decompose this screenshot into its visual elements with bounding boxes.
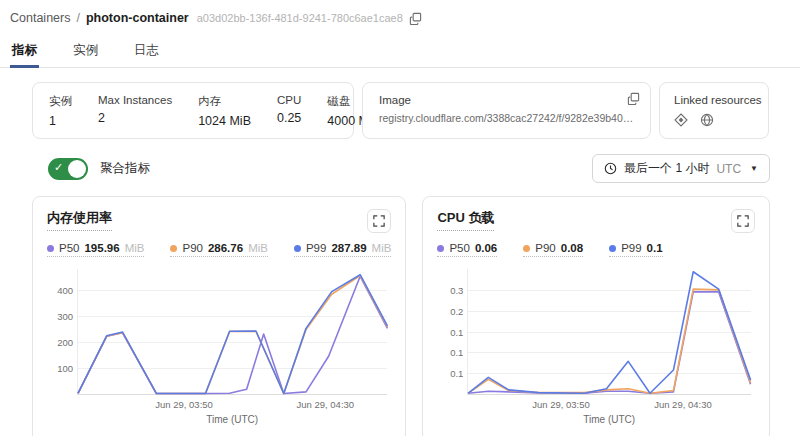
legend-dot (170, 245, 177, 252)
chart-plot: Jun 29, 03:50Jun 29, 04:30 Time (UTC) 0.… (437, 265, 755, 423)
stat-memory: 内存 1024 MiB (198, 94, 251, 128)
globe-icon[interactable] (700, 113, 714, 127)
chart-legend: P50195.96MiBP90286.76MiBP99287.89MiB (47, 242, 391, 257)
expand-chart-button[interactable] (731, 209, 755, 233)
copy-image-button[interactable] (627, 92, 640, 105)
workers-icon[interactable] (674, 113, 688, 127)
stats-card: 实例 1 Max Instances 2 内存 1024 MiB CPU 0.2… (32, 82, 354, 139)
copy-icon (409, 12, 422, 25)
tab-logs[interactable]: 日志 (132, 35, 161, 67)
copy-id-button[interactable] (409, 12, 422, 25)
series-line-p50 (468, 292, 751, 393)
stat-instances: 实例 1 (49, 94, 72, 128)
breadcrumb-separator: / (76, 11, 79, 25)
tab-bar: 指标 实例 日志 (0, 35, 800, 68)
chart-title: 内存使用率 (47, 209, 112, 231)
stat-value: 0.25 (277, 111, 301, 125)
legend-dot (523, 245, 530, 252)
aggregate-metrics-toggle[interactable]: ✓ (48, 158, 88, 180)
image-card: Image registry.cloudflare.com/3388cac272… (362, 82, 651, 139)
y-tick-label: 0.2 (437, 305, 463, 316)
legend-item-p50[interactable]: P50195.96MiB (47, 242, 144, 257)
chart-legend: P500.06P900.08P990.1 (437, 242, 755, 257)
x-tick-label: Jun 29, 03:50 (532, 399, 590, 410)
x-tick-label: Jun 29, 04:30 (654, 399, 712, 410)
x-axis-title: Time (UTC) (77, 414, 387, 425)
image-label: Image (379, 94, 634, 106)
container-name: photon-container (86, 11, 189, 25)
x-tick-label: Jun 29, 03:50 (155, 399, 213, 410)
chart-plot: Jun 29, 03:50Jun 29, 04:30 Time (UTC) 10… (47, 265, 391, 423)
x-axis-title: Time (UTC) (467, 414, 751, 425)
stat-label: 实例 (49, 94, 72, 109)
stat-max-instances: Max Instances 2 (98, 94, 172, 128)
breadcrumb-containers-link[interactable]: Containers (10, 11, 70, 25)
x-tick-label: Jun 29, 04:30 (297, 399, 355, 410)
aggregate-metrics-label: 聚合指标 (100, 160, 150, 177)
stat-value: 1024 MiB (198, 114, 251, 128)
legend-dot (609, 245, 616, 252)
time-zone: UTC (716, 162, 741, 176)
cpu-chart-card: CPU 负载 P500.06P900.08P990.1 Jun 29, 03:5… (422, 196, 770, 436)
memory-chart-card: 内存使用率 P50195.96MiBP90286.76MiBP99287.89M… (32, 196, 406, 436)
stat-cpu: CPU 0.25 (277, 94, 301, 128)
stat-label: CPU (277, 94, 301, 106)
y-tick-label: 400 (47, 284, 73, 295)
y-tick-label: 0.1 (437, 368, 463, 379)
stat-value: 2 (98, 111, 172, 125)
expand-chart-button[interactable] (367, 209, 391, 233)
series-line-p99 (78, 275, 387, 394)
legend-item-p90[interactable]: P900.08 (523, 242, 583, 257)
legend-item-p99[interactable]: P99287.89MiB (294, 242, 391, 257)
clock-icon (604, 162, 617, 175)
chevron-down-icon: ▼ (750, 164, 758, 173)
legend-item-p50[interactable]: P500.06 (437, 242, 497, 257)
y-tick-label: 0.1 (437, 326, 463, 337)
y-tick-label: 200 (47, 336, 73, 347)
linked-resources-label: Linked resources (674, 94, 754, 106)
legend-dot (294, 245, 301, 252)
linked-resources-card: Linked resources (659, 82, 769, 139)
image-url: registry.cloudflare.com/3388cac27242/f/9… (379, 112, 634, 124)
legend-dot (47, 245, 54, 252)
tab-instances[interactable]: 实例 (71, 35, 100, 67)
y-tick-label: 100 (47, 362, 73, 373)
info-cards-row: 实例 1 Max Instances 2 内存 1024 MiB CPU 0.2… (32, 82, 770, 139)
breadcrumb: Containers / photon-container a03d02bb-1… (0, 0, 800, 25)
time-range-value: 最后一个 1 小时 (624, 160, 709, 177)
expand-icon (373, 215, 385, 227)
stat-label: 内存 (198, 94, 251, 109)
legend-item-p90[interactable]: P90286.76MiB (170, 242, 267, 257)
stat-value: 1 (49, 114, 72, 128)
legend-item-p99[interactable]: P990.1 (609, 242, 662, 257)
y-tick-label: 300 (47, 310, 73, 321)
controls-row: ✓ 聚合指标 最后一个 1 小时 UTC ▼ (48, 154, 770, 183)
copy-icon (627, 92, 640, 105)
chart-title: CPU 负载 (437, 209, 494, 231)
y-tick-label: 0.3 (437, 284, 463, 295)
charts-row: 内存使用率 P50195.96MiBP90286.76MiBP99287.89M… (32, 196, 770, 436)
y-tick-label: 0.1 (437, 347, 463, 358)
expand-icon (737, 215, 749, 227)
series-line-p90 (468, 289, 751, 393)
container-id: a03d02bb-136f-481d-9241-780c6ae1cae8 (197, 12, 403, 24)
tab-metrics[interactable]: 指标 (10, 35, 39, 67)
toggle-knob (68, 160, 86, 178)
stat-label: Max Instances (98, 94, 172, 106)
legend-dot (437, 245, 444, 252)
check-icon: ✓ (54, 161, 63, 174)
time-range-dropdown[interactable]: 最后一个 1 小时 UTC ▼ (592, 154, 770, 183)
